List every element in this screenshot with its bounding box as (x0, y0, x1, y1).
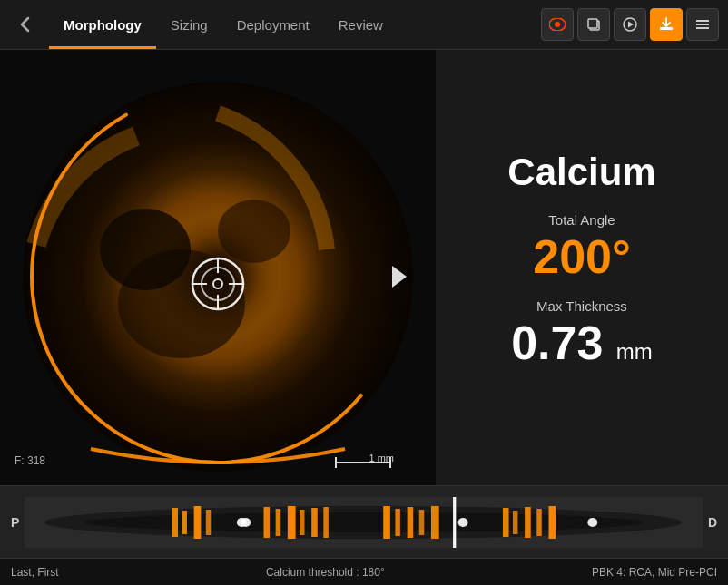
play-button[interactable] (614, 8, 646, 41)
vessel-track[interactable] (25, 497, 703, 548)
study-info: PBK 4: RCA, Mid Pre-PCI (592, 566, 717, 579)
svg-rect-32 (182, 511, 187, 534)
svg-rect-39 (312, 508, 319, 537)
bottom-strip: P (0, 485, 728, 558)
total-angle-value: 200° (533, 233, 631, 280)
svg-rect-37 (288, 506, 296, 539)
svg-point-53 (458, 518, 468, 527)
svg-marker-5 (628, 22, 634, 28)
header-icons (541, 8, 719, 41)
tab-sizing[interactable]: Sizing (156, 10, 222, 40)
tab-morphology[interactable]: Morphology (49, 10, 156, 40)
svg-point-30 (84, 512, 643, 532)
total-angle-block: Total Angle 200° (533, 212, 631, 280)
svg-rect-55 (453, 497, 456, 548)
svg-point-52 (241, 518, 251, 527)
svg-rect-6 (660, 27, 673, 30)
tab-review[interactable]: Review (324, 10, 398, 40)
svg-rect-36 (276, 509, 280, 536)
svg-point-15 (218, 200, 290, 263)
nav-tabs: Morphology Sizing Deployment Review (49, 10, 541, 40)
calcium-title: Calcium (507, 151, 655, 194)
svg-rect-47 (513, 511, 517, 534)
svg-rect-49 (537, 509, 542, 536)
svg-rect-3 (588, 19, 597, 28)
oct-svg (0, 50, 436, 485)
svg-point-14 (100, 209, 191, 290)
max-thickness-label: Max Thickness (511, 298, 653, 314)
svg-rect-38 (300, 510, 304, 535)
svg-rect-46 (503, 508, 509, 537)
svg-rect-45 (431, 506, 439, 539)
max-thickness-value: 0.73 mm (511, 319, 653, 366)
main-content: F: 318 1 mm Calcium Total Angle 200° Max… (0, 50, 728, 485)
svg-rect-43 (408, 507, 414, 538)
status-bar: Last, First Calcium threshold : 180° PBK… (0, 558, 728, 585)
thickness-unit: mm (616, 339, 653, 364)
svg-rect-34 (206, 510, 211, 535)
tab-deployment[interactable]: Deployment (222, 10, 324, 40)
svg-rect-40 (324, 507, 329, 538)
svg-rect-44 (419, 510, 424, 535)
svg-rect-33 (194, 506, 202, 539)
svg-rect-31 (172, 508, 179, 537)
svg-rect-35 (264, 507, 271, 538)
scale-label: 1 mm (369, 453, 395, 463)
patient-name: Last, First (11, 566, 59, 579)
menu-button[interactable] (686, 8, 719, 41)
svg-point-54 (588, 518, 598, 527)
download-button[interactable] (650, 8, 683, 41)
svg-rect-42 (396, 509, 400, 536)
calcium-threshold: Calcium threshold : 180° (266, 566, 385, 579)
oct-image-panel: F: 318 1 mm (0, 50, 436, 485)
p-label: P (11, 515, 19, 530)
back-button[interactable] (9, 8, 42, 41)
max-thickness-block: Max Thickness 0.73 mm (511, 298, 653, 366)
eye-button[interactable] (541, 8, 574, 41)
svg-rect-50 (549, 506, 556, 539)
frame-number: F: 318 (15, 454, 45, 467)
copy-button[interactable] (577, 8, 610, 41)
total-angle-label: Total Angle (533, 212, 631, 228)
d-label: D (708, 515, 717, 530)
metrics-panel: Calcium Total Angle 200° Max Thickness 0… (436, 50, 728, 485)
header: Morphology Sizing Deployment Review (0, 0, 728, 50)
svg-rect-48 (525, 507, 531, 538)
svg-point-1 (555, 22, 560, 27)
svg-rect-41 (384, 506, 391, 539)
vessel-track-svg (25, 497, 703, 548)
